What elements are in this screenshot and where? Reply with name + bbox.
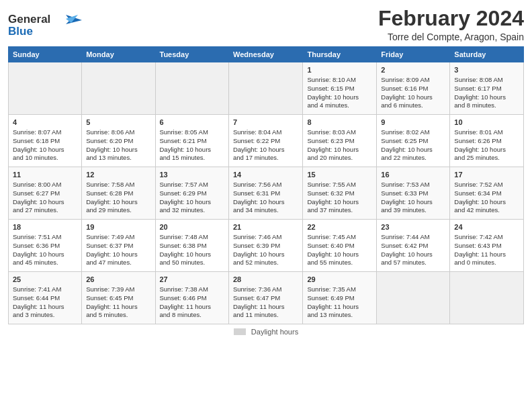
day-cell: 25Sunrise: 7:41 AM Sunset: 6:44 PM Dayli… — [9, 272, 82, 324]
logo-text: General Blue — [8, 9, 82, 42]
day-number: 19 — [86, 222, 150, 232]
day-info: Sunrise: 8:01 AM Sunset: 6:26 PM Dayligh… — [454, 128, 519, 163]
day-info: Sunrise: 7:35 AM Sunset: 6:49 PM Dayligh… — [307, 285, 372, 320]
day-header-monday: Monday — [82, 47, 155, 62]
day-cell: 7Sunrise: 8:04 AM Sunset: 6:22 PM Daylig… — [228, 115, 303, 167]
day-info: Sunrise: 7:42 AM Sunset: 6:43 PM Dayligh… — [454, 233, 519, 267]
page-container: General Blue February 2024 Torre del Com… — [0, 0, 532, 340]
day-cell: 22Sunrise: 7:45 AM Sunset: 6:40 PM Dayli… — [303, 220, 377, 272]
day-number: 29 — [307, 275, 372, 285]
day-number: 23 — [381, 222, 445, 232]
day-cell — [9, 62, 82, 115]
day-info: Sunrise: 7:52 AM Sunset: 6:34 PM Dayligh… — [454, 181, 519, 215]
day-header-sunday: Sunday — [9, 47, 82, 62]
day-number: 27 — [160, 275, 224, 285]
day-number: 8 — [307, 118, 372, 128]
day-number: 11 — [13, 170, 77, 180]
day-cell — [82, 62, 155, 115]
day-cell: 10Sunrise: 8:01 AM Sunset: 6:26 PM Dayli… — [450, 115, 524, 167]
week-row-1: 1Sunrise: 8:10 AM Sunset: 6:15 PM Daylig… — [9, 62, 524, 115]
day-info: Sunrise: 7:49 AM Sunset: 6:37 PM Dayligh… — [86, 233, 150, 267]
day-info: Sunrise: 7:44 AM Sunset: 6:42 PM Dayligh… — [381, 233, 445, 267]
day-header-saturday: Saturday — [450, 47, 524, 62]
day-cell: 19Sunrise: 7:49 AM Sunset: 6:37 PM Dayli… — [82, 220, 155, 272]
day-header-friday: Friday — [377, 47, 450, 62]
day-cell: 5Sunrise: 8:06 AM Sunset: 6:20 PM Daylig… — [82, 115, 155, 167]
footer: Daylight hours — [8, 328, 524, 336]
day-info: Sunrise: 8:02 AM Sunset: 6:25 PM Dayligh… — [381, 128, 445, 163]
day-info: Sunrise: 8:07 AM Sunset: 6:18 PM Dayligh… — [13, 128, 77, 163]
page-header: General Blue February 2024 Torre del Com… — [8, 7, 524, 42]
day-number: 9 — [381, 118, 445, 128]
day-cell — [228, 62, 303, 115]
day-cell: 17Sunrise: 7:52 AM Sunset: 6:34 PM Dayli… — [450, 167, 524, 220]
day-header-tuesday: Tuesday — [155, 47, 228, 62]
day-cell: 3Sunrise: 8:08 AM Sunset: 6:17 PM Daylig… — [450, 62, 524, 115]
day-number: 7 — [233, 118, 299, 128]
day-cell: 2Sunrise: 8:09 AM Sunset: 6:16 PM Daylig… — [377, 62, 450, 115]
day-cell — [377, 272, 450, 324]
day-number: 16 — [381, 170, 445, 180]
day-cell: 4Sunrise: 8:07 AM Sunset: 6:18 PM Daylig… — [9, 115, 82, 167]
day-info: Sunrise: 8:03 AM Sunset: 6:23 PM Dayligh… — [307, 128, 372, 163]
day-cell: 9Sunrise: 8:02 AM Sunset: 6:25 PM Daylig… — [377, 115, 450, 167]
day-number: 12 — [86, 170, 150, 180]
day-info: Sunrise: 8:09 AM Sunset: 6:16 PM Dayligh… — [381, 76, 445, 110]
day-info: Sunrise: 7:55 AM Sunset: 6:32 PM Dayligh… — [307, 181, 372, 215]
day-number: 25 — [13, 275, 77, 285]
day-number: 22 — [307, 222, 372, 232]
day-info: Sunrise: 8:05 AM Sunset: 6:21 PM Dayligh… — [160, 128, 224, 163]
day-cell — [450, 272, 524, 324]
day-info: Sunrise: 7:38 AM Sunset: 6:46 PM Dayligh… — [160, 285, 224, 320]
day-number: 4 — [13, 118, 77, 128]
header-row: SundayMondayTuesdayWednesdayThursdayFrid… — [9, 47, 524, 62]
calendar-table: SundayMondayTuesdayWednesdayThursdayFrid… — [8, 46, 524, 324]
day-cell: 11Sunrise: 8:00 AM Sunset: 6:27 PM Dayli… — [9, 167, 82, 220]
day-header-wednesday: Wednesday — [228, 47, 303, 62]
week-row-4: 18Sunrise: 7:51 AM Sunset: 6:36 PM Dayli… — [9, 220, 524, 272]
day-number: 5 — [86, 118, 150, 128]
day-cell: 14Sunrise: 7:56 AM Sunset: 6:31 PM Dayli… — [228, 167, 303, 220]
day-number: 3 — [454, 65, 519, 75]
day-number: 18 — [13, 222, 77, 232]
week-row-5: 25Sunrise: 7:41 AM Sunset: 6:44 PM Dayli… — [9, 272, 524, 324]
footer-label: Daylight hours — [251, 328, 298, 336]
day-cell — [155, 62, 228, 115]
day-cell: 13Sunrise: 7:57 AM Sunset: 6:29 PM Dayli… — [155, 167, 228, 220]
day-cell: 6Sunrise: 8:05 AM Sunset: 6:21 PM Daylig… — [155, 115, 228, 167]
day-cell: 28Sunrise: 7:36 AM Sunset: 6:47 PM Dayli… — [228, 272, 303, 324]
week-row-3: 11Sunrise: 8:00 AM Sunset: 6:27 PM Dayli… — [9, 167, 524, 220]
day-number: 28 — [233, 275, 299, 285]
day-info: Sunrise: 7:58 AM Sunset: 6:28 PM Dayligh… — [86, 181, 150, 215]
day-cell: 8Sunrise: 8:03 AM Sunset: 6:23 PM Daylig… — [303, 115, 377, 167]
day-number: 20 — [160, 222, 224, 232]
day-info: Sunrise: 7:39 AM Sunset: 6:45 PM Dayligh… — [86, 285, 150, 320]
day-cell: 20Sunrise: 7:48 AM Sunset: 6:38 PM Dayli… — [155, 220, 228, 272]
day-cell: 27Sunrise: 7:38 AM Sunset: 6:46 PM Dayli… — [155, 272, 228, 324]
day-cell: 21Sunrise: 7:46 AM Sunset: 6:39 PM Dayli… — [228, 220, 303, 272]
day-number: 14 — [233, 170, 299, 180]
day-number: 24 — [454, 222, 519, 232]
day-info: Sunrise: 7:46 AM Sunset: 6:39 PM Dayligh… — [233, 233, 299, 267]
day-header-thursday: Thursday — [303, 47, 377, 62]
day-number: 2 — [381, 65, 445, 75]
day-number: 10 — [454, 118, 519, 128]
day-info: Sunrise: 7:56 AM Sunset: 6:31 PM Dayligh… — [233, 181, 299, 215]
day-cell: 29Sunrise: 7:35 AM Sunset: 6:49 PM Dayli… — [303, 272, 377, 324]
day-info: Sunrise: 7:48 AM Sunset: 6:38 PM Dayligh… — [160, 233, 224, 267]
day-cell: 23Sunrise: 7:44 AM Sunset: 6:42 PM Dayli… — [377, 220, 450, 272]
main-title: February 2024 — [378, 7, 524, 30]
day-info: Sunrise: 8:00 AM Sunset: 6:27 PM Dayligh… — [13, 181, 77, 215]
day-cell: 16Sunrise: 7:53 AM Sunset: 6:33 PM Dayli… — [377, 167, 450, 220]
day-number: 1 — [307, 65, 372, 75]
title-block: February 2024 Torre del Compte, Aragon, … — [378, 7, 524, 42]
day-info: Sunrise: 7:36 AM Sunset: 6:47 PM Dayligh… — [233, 285, 299, 320]
logo: General Blue — [8, 9, 82, 42]
day-cell: 24Sunrise: 7:42 AM Sunset: 6:43 PM Dayli… — [450, 220, 524, 272]
day-info: Sunrise: 7:57 AM Sunset: 6:29 PM Dayligh… — [160, 181, 224, 215]
day-info: Sunrise: 7:41 AM Sunset: 6:44 PM Dayligh… — [13, 285, 77, 320]
svg-text:General: General — [8, 13, 50, 26]
day-info: Sunrise: 7:53 AM Sunset: 6:33 PM Dayligh… — [381, 181, 445, 215]
day-cell: 12Sunrise: 7:58 AM Sunset: 6:28 PM Dayli… — [82, 167, 155, 220]
subtitle: Torre del Compte, Aragon, Spain — [378, 32, 524, 42]
